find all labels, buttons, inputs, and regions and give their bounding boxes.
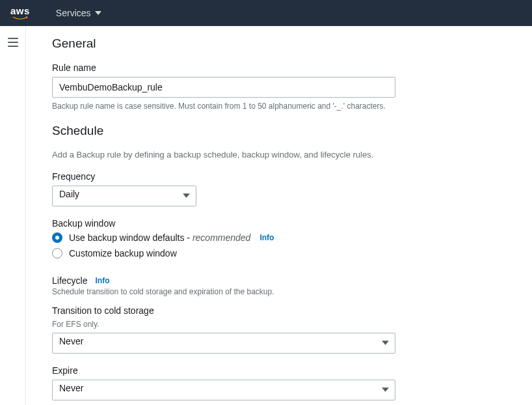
info-link[interactable]: Info	[259, 233, 274, 242]
rule-name-label: Rule name	[52, 63, 501, 73]
aws-logo-text: aws	[10, 6, 30, 16]
transition-help: For EFS only.	[52, 320, 501, 329]
expire-label: Expire	[52, 365, 501, 376]
general-heading: General	[52, 36, 501, 51]
frequency-select[interactable]: Daily	[52, 186, 196, 206]
rule-name-field: Rule name Backup rule name is case sensi…	[52, 63, 501, 112]
caret-down-icon	[95, 10, 101, 16]
schedule-desc: Add a Backup rule by defining a backup s…	[52, 150, 501, 160]
transition-field: Transition to cold storage For EFS only.…	[52, 305, 501, 354]
rule-name-help: Backup rule name is case sensitive. Must…	[52, 101, 501, 112]
frequency-label: Frequency	[52, 171, 501, 182]
expire-value: Never	[59, 383, 83, 393]
radio-custom-window[interactable]: Customize backup window	[52, 248, 501, 258]
radio-default-label: Use backup window defaults - recommended	[69, 232, 250, 243]
expire-select[interactable]: Never	[52, 380, 395, 400]
main-content: General Rule name Backup rule name is ca…	[26, 26, 527, 405]
transition-value: Never	[59, 336, 83, 346]
lifecycle-header: Lifecycle Info	[52, 275, 501, 286]
sidebar-collapsed	[0, 26, 26, 405]
schedule-heading: Schedule	[52, 124, 501, 138]
transition-label: Transition to cold storage	[52, 305, 501, 316]
radio-selected-icon	[52, 232, 62, 243]
radio-unselected-icon	[52, 248, 62, 258]
lifecycle-desc: Schedule transition to cold storage and …	[52, 287, 501, 296]
services-label: Services	[56, 8, 91, 18]
backup-window-label: Backup window	[52, 218, 501, 229]
aws-logo[interactable]: aws	[10, 6, 30, 20]
info-link[interactable]: Info	[95, 276, 109, 285]
hamburger-icon[interactable]	[8, 38, 18, 47]
frequency-field: Frequency Daily	[52, 171, 501, 206]
aws-swoosh-icon	[11, 16, 29, 20]
expire-field: Expire Never	[52, 365, 501, 400]
radio-custom-label: Customize backup window	[69, 248, 177, 258]
services-menu-button[interactable]: Services	[56, 8, 101, 18]
radio-default-window[interactable]: Use backup window defaults - recommended…	[52, 232, 501, 243]
lifecycle-label: Lifecycle	[52, 275, 87, 286]
transition-select[interactable]: Never	[52, 333, 395, 354]
frequency-value: Daily	[59, 189, 79, 199]
backup-window-field: Backup window Use backup window defaults…	[52, 218, 501, 258]
rule-name-input[interactable]	[52, 77, 395, 98]
top-nav: aws Services	[0, 0, 532, 26]
